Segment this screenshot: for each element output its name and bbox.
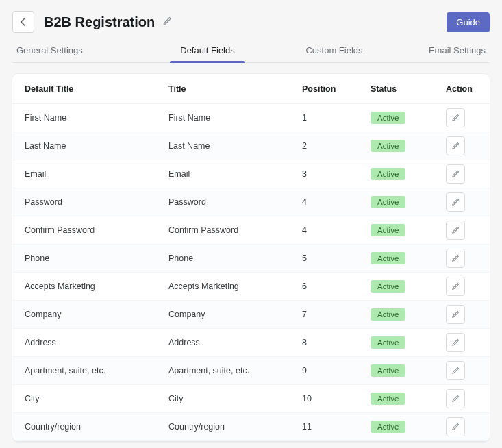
status-badge: Active	[371, 393, 405, 405]
pencil-icon	[451, 422, 460, 432]
cell-action	[446, 333, 477, 352]
cell-position: 4	[302, 197, 371, 207]
col-header-default-title: Default Title	[25, 84, 168, 94]
status-badge: Active	[371, 224, 405, 236]
cell-title: Email	[168, 169, 302, 179]
cell-action	[446, 361, 477, 380]
cell-default-title: Phone	[25, 253, 168, 263]
edit-row-button[interactable]	[446, 305, 465, 324]
page-title: B2B Registration	[44, 14, 155, 30]
cell-default-title: Company	[25, 310, 168, 319]
edit-row-button[interactable]	[446, 221, 465, 240]
cell-title: First Name	[168, 113, 302, 123]
table-row: EmailEmail3Active	[12, 160, 490, 188]
cell-default-title: Email	[25, 169, 168, 179]
edit-row-button[interactable]	[446, 192, 465, 212]
cell-title: Company	[168, 310, 302, 319]
status-badge: Active	[371, 140, 405, 152]
cell-status: Active	[371, 112, 446, 124]
cell-position: 6	[302, 282, 371, 291]
table-row: Last NameLast Name2Active	[12, 132, 490, 160]
cell-default-title: First Name	[25, 113, 168, 123]
pencil-icon	[451, 253, 460, 263]
edit-row-button[interactable]	[446, 136, 465, 155]
cell-status: Active	[371, 168, 446, 180]
cell-action	[446, 389, 477, 408]
cell-action	[446, 192, 477, 212]
cell-position: 10	[302, 394, 371, 403]
status-badge: Active	[371, 308, 405, 321]
pencil-icon	[451, 310, 460, 319]
cell-action	[446, 136, 477, 155]
page-header: B2B Registration Guide	[0, 0, 502, 38]
table-row: Country/regionCountry/region11Active	[12, 413, 490, 441]
cell-position: 11	[302, 422, 371, 432]
cell-position: 2	[302, 141, 371, 151]
tab-default-fields[interactable]: Default Fields	[149, 38, 266, 62]
edit-row-button[interactable]	[446, 389, 465, 408]
cell-action	[446, 249, 477, 268]
tabs: General Settings Default Fields Custom F…	[12, 38, 490, 63]
cell-default-title: Confirm Password	[25, 225, 168, 235]
cell-action	[446, 417, 477, 436]
cell-title: Address	[168, 338, 302, 347]
cell-default-title: Last Name	[25, 141, 168, 151]
back-button[interactable]	[12, 11, 34, 33]
cell-action	[446, 221, 477, 240]
pencil-icon	[451, 141, 460, 151]
col-header-title: Title	[168, 84, 302, 94]
page-title-wrap: B2B Registration	[44, 14, 437, 30]
cell-title: Last Name	[168, 141, 302, 151]
table-row: PhonePhone5Active	[12, 245, 490, 273]
edit-row-button[interactable]	[446, 361, 465, 380]
status-badge: Active	[371, 168, 405, 180]
edit-row-button[interactable]	[446, 249, 465, 268]
cell-title: Phone	[168, 253, 302, 263]
tab-general-settings[interactable]: General Settings	[12, 38, 149, 62]
cell-position: 9	[302, 366, 371, 375]
fields-card: Default Title Title Position Status Acti…	[12, 74, 490, 441]
cell-position: 7	[302, 310, 371, 319]
tab-custom-fields[interactable]: Custom Fields	[266, 38, 403, 62]
cell-title: Country/region	[168, 422, 302, 432]
pencil-icon	[451, 197, 460, 207]
pencil-icon	[451, 366, 460, 375]
cell-status: Active	[371, 140, 446, 152]
edit-row-button[interactable]	[446, 108, 465, 127]
status-badge: Active	[371, 196, 405, 208]
cell-default-title: Apartment, suite, etc.	[25, 366, 168, 375]
pencil-icon	[451, 225, 460, 235]
cell-status: Active	[371, 252, 446, 264]
cell-status: Active	[371, 421, 446, 433]
tab-email-settings[interactable]: Email Settings	[403, 38, 490, 62]
cell-action	[446, 305, 477, 324]
table-row: CompanyCompany7Active	[12, 301, 490, 329]
cell-status: Active	[371, 393, 446, 405]
cell-position: 5	[302, 253, 371, 263]
cell-default-title: Country/region	[25, 422, 168, 432]
cell-title: Confirm Password	[168, 225, 302, 235]
cell-status: Active	[371, 224, 446, 236]
guide-button[interactable]: Guide	[447, 12, 490, 32]
edit-row-button[interactable]	[446, 277, 465, 296]
edit-title-icon[interactable]	[162, 16, 173, 29]
cell-title: City	[168, 394, 302, 403]
cell-status: Active	[371, 280, 446, 293]
edit-row-button[interactable]	[446, 333, 465, 352]
pencil-icon	[451, 169, 460, 179]
table-row: CityCity10Active	[12, 385, 490, 413]
edit-row-button[interactable]	[446, 417, 465, 436]
table-row: PasswordPassword4Active	[12, 188, 490, 216]
pencil-icon	[451, 113, 460, 123]
cell-action	[446, 277, 477, 296]
status-badge: Active	[371, 421, 405, 433]
cell-default-title: Password	[25, 197, 168, 207]
table-row: Apartment, suite, etc.Apartment, suite, …	[12, 357, 490, 385]
status-badge: Active	[371, 336, 405, 349]
cell-action	[446, 164, 477, 184]
table-row: Accepts MarketingAccepts Marketing6Activ…	[12, 273, 490, 301]
cell-position: 8	[302, 338, 371, 347]
table-row: AddressAddress8Active	[12, 329, 490, 357]
cell-title: Password	[168, 197, 302, 207]
edit-row-button[interactable]	[446, 164, 465, 184]
